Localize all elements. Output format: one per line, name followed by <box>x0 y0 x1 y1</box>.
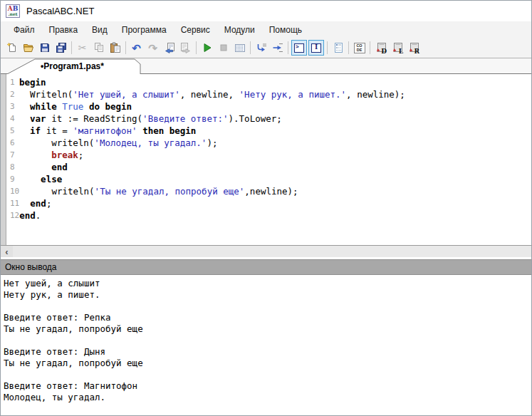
menu-item-help[interactable]: Помощь <box>262 23 309 37</box>
menu-item-modules[interactable]: Модули <box>217 23 262 37</box>
undo-icon: ↶ <box>132 43 141 53</box>
tab-program1[interactable]: •Program1.pas* <box>6 58 142 74</box>
toolbar-separator <box>348 41 349 54</box>
copy-icon <box>93 42 105 53</box>
indent-arrow-icon <box>256 42 267 53</box>
output-line: Ты не угадал, попробуй еще <box>4 323 531 335</box>
toolbar-separator <box>327 41 328 54</box>
tab-bar: •Program1.pas* <box>1 58 531 74</box>
redo-button[interactable]: ↷ <box>145 40 161 56</box>
output-line: Введите ответ: Дыня <box>4 346 531 358</box>
logo-net-label: .net <box>8 12 17 16</box>
save-floppy-icon <box>39 42 51 53</box>
document-forward-icon <box>180 42 192 53</box>
code-line[interactable]: 8 end <box>1 161 531 173</box>
menu-bar: ФайлПравкаВидПрограммаСервисМодулиПомощь <box>1 21 531 38</box>
window-title: PascalABC.NET <box>26 6 94 16</box>
paste-button[interactable] <box>107 40 123 56</box>
toolbar-separator <box>288 41 288 54</box>
code-icon: CODE <box>354 43 365 53</box>
code-lines: 1begin2 Writeln('Нет ушей, а слышит', ne… <box>1 76 531 222</box>
output-line: Молодец, ты угадал. <box>4 392 531 403</box>
code-editor[interactable]: 1begin2 Writeln('Нет ушей, а слышит', ne… <box>1 74 531 245</box>
output-line: Введите ответ: Магнитофон <box>4 380 531 392</box>
document-back-icon <box>164 42 175 53</box>
code-line[interactable]: 11 end; <box>1 197 531 209</box>
menu-item-program[interactable]: Программа <box>115 23 174 37</box>
run-button[interactable] <box>199 40 215 56</box>
open-file-button[interactable] <box>20 40 36 56</box>
code-text: Writeln('Нет ушей, а слышит', newline, '… <box>19 88 405 100</box>
toolbar-separator <box>71 41 72 54</box>
output-line <box>4 301 531 312</box>
output-panel-header: Окно вывода <box>1 259 531 275</box>
code-line[interactable]: 7 break; <box>1 149 531 161</box>
toolbar-separator <box>196 41 197 54</box>
code-line[interactable]: 4 var it := ReadString('Введите ответ:')… <box>1 113 531 125</box>
code-text: begin <box>19 76 46 88</box>
code-line[interactable]: 10 writeln('Ты не угадал, попробуй еще',… <box>1 185 531 197</box>
app-window: AB .net PascalABC.NET ФайлПравкаВидПрогр… <box>0 0 532 416</box>
code-line[interactable]: 3 while True do begin <box>1 100 531 113</box>
code-line[interactable]: 12end. <box>1 209 531 222</box>
doc-l-letter: L <box>399 48 403 55</box>
prev-window-button[interactable] <box>161 40 177 56</box>
cut-button[interactable]: ✂ <box>74 40 90 56</box>
play-icon <box>202 42 213 53</box>
save-all-button[interactable] <box>53 40 69 56</box>
doc-r-button[interactable]: R <box>405 40 422 56</box>
doc-r-letter: R <box>414 48 419 55</box>
toolbar-separator <box>250 41 251 54</box>
format-code-button[interactable] <box>253 40 269 56</box>
code-line[interactable]: 6 writeln('Молодец, ты угадал.'); <box>1 137 531 149</box>
code-text: break; <box>19 149 83 161</box>
console-window-toggle[interactable]: > <box>291 40 307 56</box>
menu-item-file[interactable]: Файл <box>6 23 42 37</box>
new-document-icon <box>6 42 18 53</box>
doc-d-button[interactable]: D <box>372 40 389 56</box>
text-cursor-icon: I <box>311 43 321 53</box>
stop-icon <box>218 42 229 53</box>
toolbar-separator <box>370 41 370 54</box>
stop-button[interactable] <box>215 40 231 56</box>
doc-l-button[interactable]: L <box>389 40 405 56</box>
scissors-icon: ✂ <box>78 43 87 53</box>
menu-item-edit[interactable]: Правка <box>42 23 85 37</box>
code-line[interactable]: 2 Writeln('Нет ушей, а слышит', newline,… <box>1 88 531 100</box>
editor-hscrollbar[interactable]: ‹ <box>1 245 531 257</box>
output-line: Ты не угадал, попробуй еще <box>4 358 531 369</box>
output-line: Введите ответ: Репка <box>4 312 531 323</box>
menu-item-service[interactable]: Сервис <box>174 23 217 37</box>
format-selection-button[interactable] <box>269 40 286 56</box>
output-line: Нету рук, а пишет. <box>4 289 531 301</box>
outline-button[interactable] <box>330 40 346 56</box>
code-text: var it := ReadString('Введите ответ:').T… <box>19 113 282 125</box>
menu-item-view[interactable]: Вид <box>85 23 115 37</box>
save-button[interactable] <box>36 40 53 56</box>
copy-button[interactable] <box>90 40 107 56</box>
calculator-button[interactable] <box>231 40 248 56</box>
output-line <box>4 335 531 346</box>
code-text: end <box>19 161 68 173</box>
doc-d-letter: D <box>381 48 387 55</box>
redo-icon: ↷ <box>148 43 157 53</box>
code-line[interactable]: 1begin <box>1 76 531 88</box>
output-line <box>4 369 531 380</box>
code-text: writeln('Молодец, ты угадал.'); <box>19 137 217 149</box>
next-window-button[interactable] <box>177 40 194 56</box>
code-line[interactable]: 9 else <box>1 173 531 185</box>
title-bar: AB .net PascalABC.NET <box>1 1 531 21</box>
toolbar-separator <box>125 41 126 54</box>
app-logo-icon: AB .net <box>6 4 20 18</box>
code-line[interactable]: 5 if it = 'магнитофон' then begin <box>1 125 531 137</box>
code-text: else <box>19 173 62 185</box>
text-window-toggle[interactable]: I <box>308 40 324 56</box>
new-file-button[interactable] <box>4 40 20 56</box>
keyboard-icon <box>234 42 246 53</box>
undo-button[interactable]: ↶ <box>128 40 145 56</box>
code-text: writeln('Ты не угадал, попробуй еще',new… <box>19 185 298 197</box>
output-window[interactable]: Нет ушей, а слышитНету рук, а пишет. Вве… <box>1 275 531 415</box>
code-template-button[interactable]: CODE <box>351 40 367 56</box>
scroll-left-arrow-icon[interactable]: ‹ <box>1 246 13 257</box>
editor-gutter <box>1 74 6 245</box>
